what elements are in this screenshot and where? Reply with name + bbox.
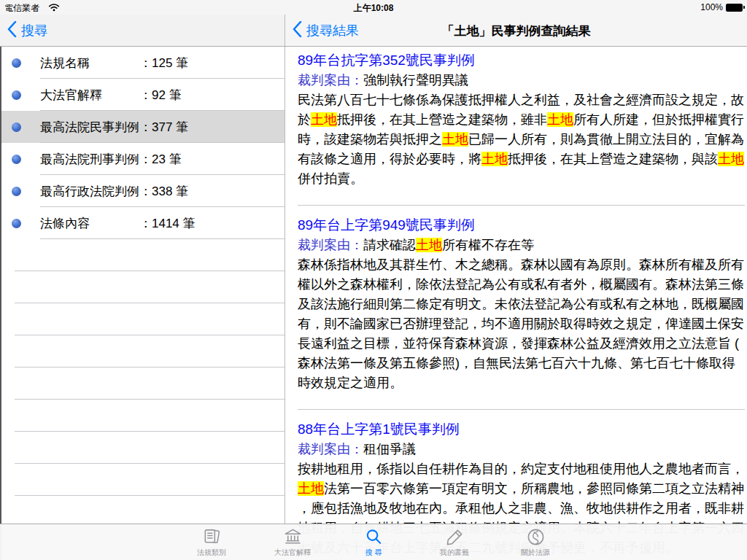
body-text: 抵押後，在其上營造之建築物，雖非 [337,112,547,127]
highlighted-keyword: 土地 [481,152,508,166]
sidebar-item[interactable]: 最高法院刑事判例：23 筆 [0,143,285,175]
blue-dot-icon [12,187,21,196]
case-cause-label: 裁判案由： [298,442,363,456]
category-count: ：92 筆 [139,87,182,104]
tab-label: 大法官解釋 [274,548,311,558]
tab-label: 我的書籤 [440,548,469,558]
highlighted-keyword: 土地 [311,112,337,127]
tab-label: 關於法源 [521,548,550,558]
result-title-link[interactable]: 89年台上字第949號民事判例 [298,215,745,236]
category-list: 法規名稱：125 筆大法官解釋：92 筆最高法院民事判例：377 筆最高法院刑事… [0,47,285,239]
tab-label: 法規類別 [197,548,226,558]
tab-法規類別[interactable]: 法規類別 [171,524,252,560]
battery-percent: 100% [700,2,723,12]
search-icon [364,526,384,547]
tab-我的書籤[interactable]: 我的書籤 [414,524,495,560]
documents-icon [202,526,222,547]
blue-dot-icon [12,90,21,100]
body-text: 請求確認 [363,238,416,252]
detail-nav: 「土地」民事判例查詢結果 搜尋結果 [285,15,747,46]
sidebar-item[interactable]: 最高法院民事判例：377 筆 [0,111,285,143]
sidebar-item[interactable]: 大法官解釋：92 筆 [0,79,285,111]
blue-dot-icon [12,58,21,68]
category-label: 法條內容 [40,215,139,232]
body-text: 強制執行聲明異議 [363,73,468,88]
category-label: 法規名稱 [40,55,139,71]
category-count: ：125 筆 [139,55,188,71]
status-bar: 電信業者 上午10:08 100% [0,0,747,15]
bank-icon [283,526,303,547]
highlighted-keyword: 土地 [298,481,324,496]
body-text: 森林係指林地及其群生竹、木之總稱。森林以國有為原則。森林所有權及所有權以外之森林… [298,257,744,390]
back-button-search-results[interactable]: 搜尋結果 [293,15,359,47]
navigation-bar: 搜尋 「土地」民事判例查詢結果 搜尋結果 [0,15,747,47]
category-count: ：338 筆 [139,183,188,200]
category-label: 最高法院刑事判例 [40,151,139,168]
clock: 上午10:08 [0,2,747,15]
sidebar-results-categories: 法規名稱：125 筆大法官解釋：92 筆最高法院民事判例：377 筆最高法院刑事… [0,47,285,560]
result-title-link[interactable]: 89年台抗字第352號民事判例 [298,50,745,71]
blue-dot-icon [12,155,21,164]
highlighted-keyword: 土地 [718,152,744,166]
category-label: 最高行政法院判例 [40,183,139,200]
tab-bar: 法規類別大法官解釋搜 尋我的書籤關於法源 [0,524,747,560]
highlighted-keyword: 土地 [416,238,442,252]
category-label: 最高法院民事判例 [40,119,139,136]
chevron-left-icon [7,21,17,41]
sidebar-item[interactable]: 法條內容：1414 筆 [0,207,285,239]
swirl-icon [526,526,546,547]
category-count: ：23 筆 [139,151,182,168]
chevron-left-icon [293,21,302,41]
case-cause-line: 裁判案由：請求確認土地所有權不存在等 [298,236,745,255]
category-label: 大法官解釋 [40,87,139,104]
results-panel[interactable]: 89年台抗字第352號民事判例裁判案由：強制執行聲明異議民法第八百七十七條係為保… [286,47,747,560]
tab-label: 搜 尋 [365,548,382,558]
case-cause-label: 裁判案由： [298,238,363,252]
highlighted-keyword: 土地 [547,112,573,127]
highlighted-keyword: 土地 [442,132,468,147]
body-text: 抵押後，在其上營造之建築物，與該 [508,152,718,166]
category-count: ：377 筆 [139,119,188,136]
back-button-label: 搜尋 [21,22,47,39]
case-cause-line: 裁判案由：強制執行聲明異議 [298,71,745,90]
tab-搜尋[interactable]: 搜 尋 [333,524,414,560]
body-text: 按耕地租用，係指以自任耕作為目的，約定支付地租使用他人之農地者而言， [298,462,744,476]
category-count: ：1414 筆 [139,215,196,232]
result-title-link[interactable]: 88年台上字第1號民事判例 [298,419,745,440]
body-text: 併付拍賣。 [298,171,363,186]
empty-rows [0,239,285,560]
pencil-icon [445,526,465,547]
body-text: 租佃爭議 [363,442,416,456]
case-cause-label: 裁判案由： [298,73,363,88]
case-cause-line: 裁判案由：租佃爭議 [298,440,745,459]
blue-dot-icon [12,219,21,228]
tab-大法官解釋[interactable]: 大法官解釋 [252,524,333,560]
result-item: 89年台抗字第352號民事判例裁判案由：強制執行聲明異議民法第八百七十七條係為保… [298,49,745,205]
body-text: 所有權不存在等 [442,238,534,252]
result-item: 89年台上字第949號民事判例裁判案由：請求確認土地所有權不存在等森林係指林地及… [298,205,745,409]
result-body: 民法第八百七十七條係為保護抵押權人之利益，及社會之經濟而設之規定，故於土地抵押後… [298,90,745,189]
sidebar-item[interactable]: 法規名稱：125 筆 [0,47,285,79]
tab-關於法源[interactable]: 關於法源 [495,524,576,560]
back-button-label: 搜尋結果 [306,22,359,39]
blue-dot-icon [12,122,21,132]
back-button-search[interactable]: 搜尋 [7,15,47,47]
sidebar-nav: 搜尋 [0,15,285,46]
battery-icon [726,4,743,12]
app-screen: 電信業者 上午10:08 100% 搜尋 「土地」民事判例查詢結果 [0,0,747,560]
battery-status: 100% [700,2,743,12]
result-body: 森林係指林地及其群生竹、木之總稱。森林以國有為原則。森林所有權及所有權以外之森林… [298,255,745,393]
sidebar-item[interactable]: 最高行政法院判例：338 筆 [0,175,285,207]
row-separators [15,239,285,560]
